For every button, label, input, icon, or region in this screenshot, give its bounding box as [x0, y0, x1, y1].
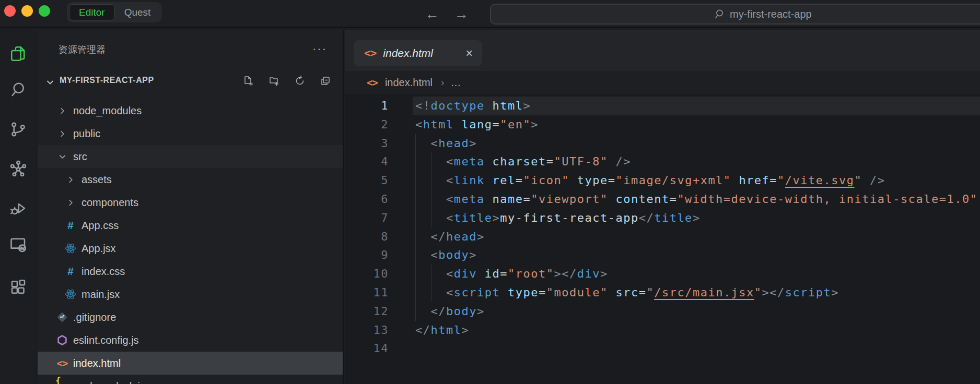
code-line-7[interactable]: <title>my-first-react-app</title> [413, 209, 980, 227]
chevron-down-icon [45, 77, 55, 88]
activity-item-extensions[interactable] [8, 278, 29, 299]
html-file-icon: <> [55, 357, 69, 369]
close-window-button[interactable] [4, 5, 16, 17]
search-icon [713, 8, 725, 20]
code-line-4[interactable]: <meta charset="UTF-8" /> [413, 152, 980, 171]
breadcrumb-file[interactable]: index.html [385, 77, 433, 89]
code-line-11[interactable]: <script type="module" src="/src/main.jsx… [413, 283, 980, 302]
code-line-2[interactable]: <html lang="en"> [413, 115, 980, 134]
indent-guide [415, 265, 416, 283]
refresh-icon[interactable] [294, 75, 306, 87]
code-line-12[interactable]: </body> [413, 302, 980, 321]
breadcrumb: <> index.html › … [345, 71, 980, 94]
line-number: 3 [345, 134, 413, 153]
tree-item-index-html[interactable]: <>index.html [38, 352, 343, 375]
project-root-row[interactable]: MY-FIRST-REACT-APP [38, 74, 343, 90]
new-file-icon[interactable] [243, 75, 254, 87]
tree-item--gitignore[interactable]: .gitignore [38, 306, 343, 329]
activity-item-network-hub[interactable] [8, 159, 29, 180]
tree-item-components[interactable]: components [38, 191, 343, 214]
title-bar: Editor Quest ← → my-first-react-app [0, 0, 980, 28]
extensions-icon [9, 278, 28, 299]
html-file-icon: <> [364, 47, 376, 59]
tree-item-label: public [73, 128, 100, 140]
tree-item-label: App.jsx [81, 243, 116, 255]
tree-item-node-modules[interactable]: node_modules [38, 99, 343, 122]
run-debug-icon [9, 199, 28, 220]
indent-guide [415, 227, 416, 246]
code-line-6[interactable]: <meta name="viewport" content="width=dev… [413, 190, 980, 209]
line-number: 12 [345, 302, 413, 321]
tree-item-app-css[interactable]: #App.css [38, 214, 343, 237]
tree-item-label: .gitignore [73, 311, 116, 323]
close-tab-icon[interactable]: × [466, 47, 473, 59]
activity-item-search[interactable] [8, 80, 29, 101]
minimize-window-button[interactable] [21, 5, 33, 17]
line-number: 9 [345, 246, 413, 265]
tree-item-assets[interactable]: assets [38, 168, 343, 191]
tab-label: index.html [383, 47, 433, 59]
project-name: MY-FIRST-REACT-APP [60, 76, 154, 85]
activity-item-remote-explorer[interactable] [8, 235, 29, 256]
code-line-8[interactable]: </head> [413, 227, 980, 246]
tree-item-label: index.css [81, 266, 125, 278]
line-number: 6 [345, 190, 413, 209]
more-actions-button[interactable]: ··· [312, 42, 327, 56]
activity-item-explorer[interactable] [8, 44, 29, 65]
line-number: 2 [345, 115, 413, 134]
explorer-icon [9, 44, 28, 65]
activity-item-source-control[interactable] [8, 120, 29, 141]
tree-item-label: eslint.config.js [73, 334, 139, 346]
tab-bar: <> index.html × [345, 30, 980, 71]
line-number: 8 [345, 227, 413, 246]
collapse-all-icon[interactable] [320, 75, 331, 87]
maximize-window-button[interactable] [39, 5, 50, 17]
nav-forward-button[interactable]: → [453, 6, 469, 22]
tab-quest[interactable]: Quest [115, 4, 160, 20]
nav-back-button[interactable]: ← [424, 6, 440, 22]
line-number-gutter: 1234567891011121314 [345, 97, 413, 358]
line-number: 11 [345, 283, 413, 302]
eslint-file-icon [55, 334, 69, 346]
search-value: my-first-react-app [730, 8, 812, 20]
code-line-14[interactable] [413, 339, 980, 358]
tree-item-label: index.html [73, 357, 121, 369]
line-number: 14 [345, 339, 413, 358]
chevron-down-icon [55, 152, 69, 162]
indent-guide [431, 265, 431, 283]
code-line-3[interactable]: <head> [413, 134, 980, 153]
tree-item-label: App.css [81, 220, 119, 232]
chevron-right-icon [55, 106, 69, 116]
search-icon [9, 80, 28, 101]
explorer-title: 资源管理器 [59, 43, 106, 56]
line-number: 4 [345, 152, 413, 171]
tab-index-html[interactable]: <> index.html × [354, 40, 482, 66]
code-line-13[interactable]: </html> [413, 321, 980, 340]
indent-guide [415, 134, 416, 153]
css-file-icon: # [64, 265, 77, 278]
code-line-9[interactable]: <body> [413, 246, 980, 265]
tree-item-public[interactable]: public [38, 122, 343, 145]
code-line-5[interactable]: <link rel="icon" type="image/svg+xml" hr… [413, 171, 980, 190]
line-number: 1 [345, 97, 413, 115]
chevron-right-icon [55, 129, 69, 139]
tree-item-app-jsx[interactable]: App.jsx [38, 237, 343, 260]
breadcrumb-symbol[interactable]: … [450, 77, 461, 89]
code-line-10[interactable]: <div id="root"></div> [413, 265, 980, 283]
tree-item-package-lock-json[interactable]: { }package-lock.json [38, 375, 343, 384]
command-center-search[interactable]: my-first-react-app [490, 4, 980, 25]
tree-item-src[interactable]: src [38, 145, 343, 168]
tree-item-eslint-config-js[interactable]: eslint.config.js [38, 329, 343, 352]
new-folder-icon[interactable] [269, 75, 280, 87]
line-number: 5 [345, 171, 413, 190]
tree-item-index-css[interactable]: #index.css [38, 260, 343, 283]
activity-item-run-debug[interactable] [8, 199, 29, 220]
tree-item-main-jsx[interactable]: main.jsx [38, 283, 343, 306]
tab-editor[interactable]: Editor [69, 4, 115, 20]
mode-switch: Editor Quest [67, 2, 162, 22]
indent-guide [415, 190, 416, 209]
code-line-1[interactable]: <!doctype html> [413, 97, 980, 115]
source-control-icon [9, 120, 28, 141]
code-editor[interactable]: 1234567891011121314 <!doctype html><html… [345, 94, 980, 384]
tree-item-label: src [73, 151, 87, 163]
